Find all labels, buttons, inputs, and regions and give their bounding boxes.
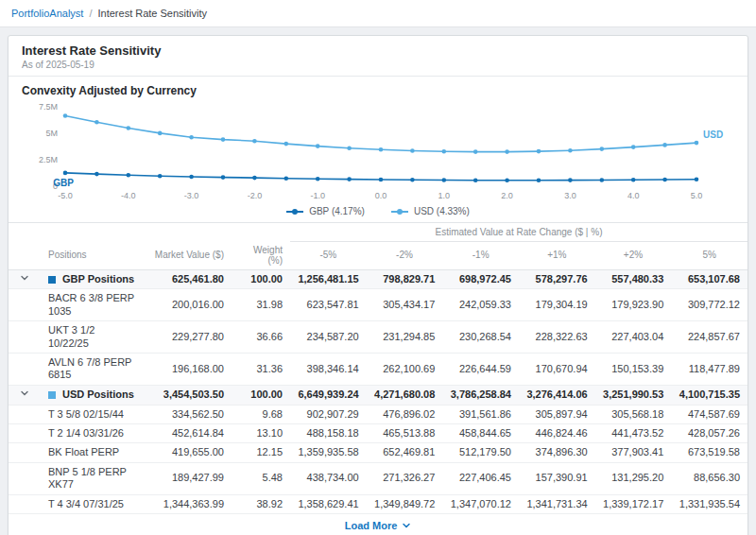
rate-change-value-cell-2: 512,179.50 [442,443,519,462]
svg-text:0.0: 0.0 [375,191,387,200]
rate-header-plus2: +2% [595,242,672,270]
rate-change-value-cell-2: 242,059.33 [442,289,519,321]
rate-change-value-cell-5: 309,772.12 [671,289,747,321]
position-name-cell: USD Positions [41,385,145,405]
currency-swatch-icon [48,276,56,284]
rate-change-value-cell-4: 227,403.04 [595,321,672,354]
market-value-cell: 452,614.84 [145,423,232,442]
rate-change-value-cell-4: 305,568.18 [595,405,672,423]
as-of-date: As of 2025-05-19 [22,60,734,70]
weight-cell: 9.68 [232,405,290,423]
legend-marker-icon [391,208,408,216]
rate-change-value-cell-1: 262,100.69 [367,353,443,385]
rate-change-value-cell-5: 4,100,715.35 [671,385,747,405]
collapse-chevron-icon[interactable] [20,273,29,283]
page-body: Interest Rate Sensitivity As of 2025-05-… [0,27,756,535]
position-name-cell: T 2 1/4 03/31/26 [41,423,145,442]
convexity-line-chart: 02.5M5M7.5M-5.0-4.0-3.0-2.0-1.00.01.02.0… [22,99,736,205]
position-row: T 2 1/4 03/31/26452,614.8413.10488,158.1… [9,423,747,442]
position-name-cell: BACR 6 3/8 PERP1035 [41,289,145,321]
rate-change-value-cell-3: 157,390.91 [519,462,595,494]
position-row: T 3 5/8 02/15/44334,562.509.68902,907.29… [9,405,747,423]
load-more-button[interactable]: Load More [9,514,747,535]
weight-cell: 100.00 [232,269,290,289]
legend-marker-icon [286,208,303,216]
card-header: Interest Rate Sensitivity As of 2025-05-… [9,36,747,77]
rate-header-minus5: -5% [290,242,367,270]
positions-table: Estimated Value at Rate Change ($ | %) P… [9,222,747,514]
rate-change-value-cell-4: 441,473.52 [595,423,672,442]
chart-title: Convexity Adjusted by Currency [22,84,734,97]
svg-text:5M: 5M [45,129,58,138]
rate-change-value-cell-0: 902,907.29 [290,405,367,423]
rate-change-value-cell-5: 653,107.68 [671,269,747,289]
rate-change-value-cell-2: 1,347,070.12 [442,494,519,513]
position-row: T 4 3/4 07/31/251,344,363.9938.921,358,6… [9,494,747,513]
rate-change-value-cell-0: 623,547.81 [290,289,367,321]
svg-text:-3.0: -3.0 [184,191,199,200]
market-value-cell: 3,454,503.50 [145,385,232,405]
position-name-cell: GBP Positions [41,269,145,289]
svg-text:-5.0: -5.0 [58,191,73,200]
market-value-cell: 229,277.80 [145,321,232,354]
group-row-gbp[interactable]: GBP Positions625,461.80100.001,256,481.1… [9,269,747,289]
rate-change-value-cell-1: 4,271,680.08 [367,385,443,405]
weight-cell: 100.00 [232,385,290,405]
position-name-cell: BK Float PERP [41,443,145,462]
svg-text:5.0: 5.0 [691,191,703,200]
market-value-cell: 200,016.00 [145,289,232,321]
header-spacer [9,223,290,242]
rate-change-value-cell-5: 474,587.69 [671,405,747,423]
market-value-cell: 419,655.00 [145,443,232,462]
position-name-cell: T 3 5/8 02/15/44 [41,405,145,423]
gbp-series-label: GBP [53,178,74,188]
position-row: BK Float PERP419,655.0012.151,359,935.58… [9,443,747,462]
rate-change-value-cell-5: 118,477.89 [671,353,747,385]
chevron-column-header [9,242,41,270]
rate-change-value-cell-3: 578,297.76 [519,269,595,289]
rate-change-value-cell-1: 271,326.27 [367,462,443,494]
breadcrumb-separator: / [89,8,92,19]
rate-change-value-cell-0: 6,649,939.24 [290,385,367,405]
rate-change-value-cell-4: 3,251,990.53 [595,385,672,405]
rate-change-value-cell-4: 131,295.20 [595,462,672,494]
rate-change-value-cell-4: 179,923.90 [595,289,672,321]
weight-column-header: Weight (%) [232,242,290,270]
position-name-cell: UKT 3 1/210/22/25 [41,321,145,354]
rate-change-value-cell-2: 226,644.59 [442,353,519,385]
position-row: AVLN 6 7/8 PERP6815196,168.0031.36398,34… [9,353,747,385]
rate-change-value-cell-2: 458,844.65 [442,423,519,442]
position-row: BNP 5 1/8 PERPXK77189,427.995.48438,734.… [9,462,747,494]
legend-label: USD (4.33%) [414,206,470,216]
rate-change-value-cell-5: 224,857.67 [671,321,747,354]
market-value-cell: 196,168.00 [145,353,232,385]
rate-change-value-cell-3: 3,276,414.06 [519,385,595,405]
rate-change-value-cell-0: 234,587.20 [290,321,367,354]
rate-change-value-cell-1: 305,434.17 [367,289,443,321]
rate-change-value-cell-3: 446,824.46 [519,423,595,442]
rate-change-value-cell-3: 179,304.19 [519,289,595,321]
group-header-row: Estimated Value at Rate Change ($ | %) [9,223,747,242]
position-row: BACR 6 3/8 PERP1035200,016.0031.98623,54… [9,289,747,321]
collapse-chevron-icon[interactable] [20,388,29,398]
legend-item-usd[interactable]: USD (4.33%) [391,206,470,216]
legend-item-gbp[interactable]: GBP (4.17%) [286,206,365,216]
chart-legend: GBP (4.17%)USD (4.33%) [22,205,734,222]
rate-change-value-cell-5: 88,656.30 [671,462,747,494]
svg-text:2.5M: 2.5M [39,155,58,164]
rate-header-minus2: -2% [367,242,443,270]
svg-text:2.0: 2.0 [501,191,513,200]
rate-change-value-cell-5: 428,057.26 [671,423,747,442]
svg-text:1.0: 1.0 [438,191,451,200]
group-row-usd[interactable]: USD Positions3,454,503.50100.006,649,939… [9,385,747,405]
rate-change-value-cell-4: 557,480.33 [595,269,672,289]
rate-change-value-cell-1: 652,469.81 [367,443,443,462]
rate-change-value-cell-0: 398,346.14 [290,353,367,385]
svg-text:4.0: 4.0 [627,191,640,200]
market-value-cell: 625,461.80 [145,269,232,289]
rate-change-value-cell-1: 465,513.88 [367,423,443,442]
breadcrumb-root-link[interactable]: PortfolioAnalyst [11,8,83,19]
position-row: UKT 3 1/210/22/25229,277.8036.66234,587.… [9,321,747,354]
rate-change-value-cell-3: 374,896.30 [519,443,595,462]
weight-cell: 31.98 [232,289,290,321]
